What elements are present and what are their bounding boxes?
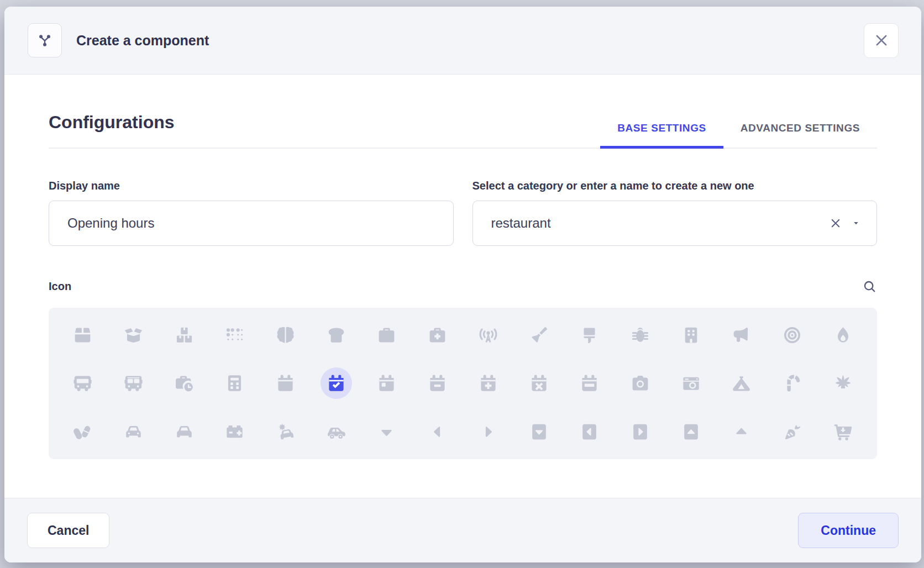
icon-calendar-week[interactable]: [564, 359, 615, 407]
cancel-button[interactable]: Cancel: [27, 513, 109, 548]
tab-base-settings[interactable]: BASE SETTINGS: [600, 122, 723, 149]
icon-disc: [67, 367, 98, 399]
icon-briefcase-medical[interactable]: [412, 311, 463, 359]
icon-candy-cane[interactable]: [767, 359, 818, 407]
icon-boxes[interactable]: [159, 311, 209, 359]
icon-camera-retro[interactable]: [665, 359, 716, 407]
icon-disc: [473, 319, 504, 351]
icon-car-side[interactable]: [311, 408, 361, 456]
icon-disc: [118, 367, 149, 399]
icon-bug[interactable]: [615, 311, 666, 359]
icon-cannabis[interactable]: [817, 359, 868, 407]
modal-header: Create a component: [4, 7, 921, 75]
section-heading: Configurations: [49, 112, 175, 133]
continue-button[interactable]: Continue: [798, 513, 899, 548]
icon-braille[interactable]: [209, 311, 260, 359]
icon-disc: [219, 319, 250, 351]
icon-disc: [270, 416, 301, 448]
icon-calendar-check[interactable]: [311, 359, 361, 407]
icon-business-time[interactable]: [159, 359, 209, 407]
icon-grid: [49, 308, 877, 459]
icon-disc: [169, 416, 200, 448]
icon-camera[interactable]: [615, 359, 666, 407]
icon-capsules[interactable]: [57, 408, 108, 456]
icon-caret-square-down[interactable]: [513, 408, 564, 456]
icon-bus-alt[interactable]: [108, 359, 159, 407]
icon-disc: [827, 367, 859, 399]
icon-caret-square-right[interactable]: [615, 408, 666, 456]
icon-caret-square-up[interactable]: [665, 408, 716, 456]
icon-caret-up[interactable]: [716, 408, 767, 456]
icon-disc: [321, 416, 352, 448]
icon-bread-slice[interactable]: [311, 311, 361, 359]
icon-caret-left[interactable]: [412, 408, 463, 456]
icon-disc: [827, 416, 859, 448]
close-button[interactable]: [864, 23, 899, 58]
icon-bus[interactable]: [57, 359, 108, 407]
icon-car[interactable]: [108, 408, 159, 456]
icon-disc: [523, 416, 555, 448]
icon-caret-down[interactable]: [361, 408, 412, 456]
icon-disc: [371, 416, 402, 448]
icon-cart-arrow-down[interactable]: [817, 408, 868, 456]
settings-tabs: BASE SETTINGS ADVANCED SETTINGS: [600, 122, 877, 148]
icon-disc: [67, 319, 98, 351]
icon-disc: [776, 319, 808, 351]
icon-box-open[interactable]: [108, 311, 159, 359]
icon-disc: [624, 416, 656, 448]
icon-campground[interactable]: [716, 359, 767, 407]
icon-box[interactable]: [57, 311, 108, 359]
icon-disc: [624, 319, 656, 351]
tab-advanced-settings[interactable]: ADVANCED SETTINGS: [723, 122, 877, 148]
icon-disc: [422, 319, 453, 351]
icon-disc: [574, 319, 605, 351]
create-component-modal: Create a component Configurations BASE S…: [4, 7, 921, 562]
icon-disc: [371, 319, 402, 351]
icon-calendar[interactable]: [260, 359, 311, 407]
x-clear-icon[interactable]: [828, 216, 843, 230]
icon-disc: [219, 367, 250, 399]
category-input[interactable]: [473, 201, 878, 246]
close-icon: [873, 32, 890, 49]
icon-disc: [827, 319, 859, 351]
icon-briefcase[interactable]: [361, 311, 412, 359]
icon-disc: [776, 367, 808, 399]
icon-disc: [169, 319, 200, 351]
icon-disc: [169, 367, 200, 399]
icon-bullhorn[interactable]: [716, 311, 767, 359]
icon-disc: [118, 416, 149, 448]
icon-calendar-plus[interactable]: [463, 359, 514, 407]
icon-disc: [422, 416, 453, 448]
icon-calculator[interactable]: [209, 359, 260, 407]
icon-burn[interactable]: [817, 311, 868, 359]
modal-footer: Cancel Continue: [4, 498, 921, 562]
icon-carrot[interactable]: [767, 408, 818, 456]
icon-disc: [270, 319, 301, 351]
display-name-input[interactable]: [49, 201, 454, 246]
icon-car-crash[interactable]: [260, 408, 311, 456]
icon-disc: [219, 416, 250, 448]
icon-disc: [675, 367, 707, 399]
component-branch-icon: [28, 23, 62, 57]
icon-car-battery[interactable]: [209, 408, 260, 456]
icon-bullseye[interactable]: [767, 311, 818, 359]
icon-calendar-day[interactable]: [361, 359, 412, 407]
search-icon[interactable]: [862, 279, 877, 294]
icon-caret-right[interactable]: [463, 408, 514, 456]
icon-calendar-times[interactable]: [513, 359, 564, 407]
icon-car-alt[interactable]: [159, 408, 209, 456]
icon-building[interactable]: [665, 311, 716, 359]
icon-disc: [67, 416, 98, 448]
chevron-down-icon[interactable]: [852, 219, 860, 228]
icon-disc: [574, 416, 605, 448]
icon-broadcast-tower[interactable]: [463, 311, 514, 359]
icon-brain[interactable]: [260, 311, 311, 359]
category-label: Select a category or enter a name to cre…: [473, 180, 878, 192]
category-select: [473, 201, 878, 246]
display-name-label: Display name: [49, 180, 454, 192]
icon-brush[interactable]: [564, 311, 615, 359]
icon-broom[interactable]: [513, 311, 564, 359]
icon-calendar-minus[interactable]: [412, 359, 463, 407]
icon-disc: [675, 416, 707, 448]
icon-caret-square-left[interactable]: [564, 408, 615, 456]
